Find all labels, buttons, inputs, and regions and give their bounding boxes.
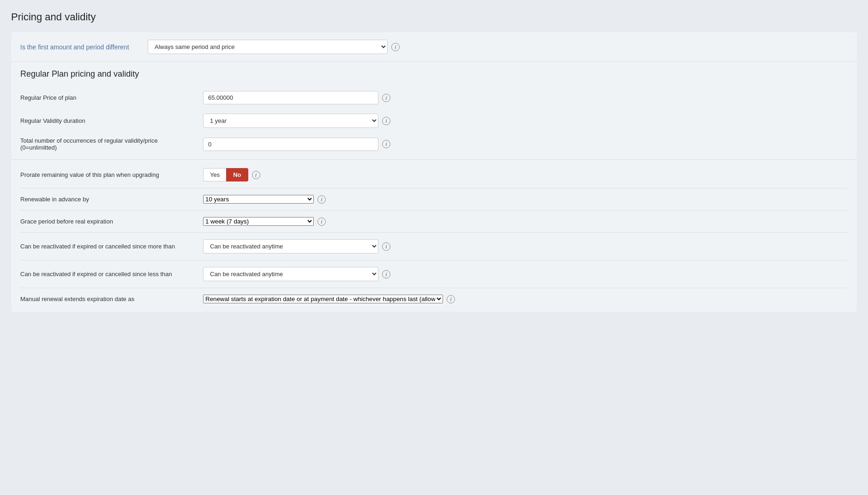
divider-5: [20, 288, 848, 288]
occurrences-row: Total number of occurrences of regular v…: [20, 133, 848, 156]
renewable-control: 1 week (7 days) 1 month 3 months 6 month…: [203, 195, 848, 204]
grace-period-row: Grace period before real expiration No g…: [20, 212, 848, 230]
grace-period-label: Grace period before real expiration: [20, 218, 196, 225]
grace-period-select[interactable]: No grace period 1 day 3 days 1 week (7 d…: [203, 217, 314, 226]
occurrences-info-icon[interactable]: i: [382, 140, 390, 148]
reactivated-more-control: Can be reactivated anytime Cannot be rea…: [203, 239, 848, 254]
first-period-select[interactable]: Always same period and price First perio…: [148, 40, 388, 54]
reactivated-more-info-icon[interactable]: i: [382, 242, 390, 251]
first-period-label: Is the first amount and period different: [20, 43, 140, 51]
prorate-info-icon[interactable]: i: [252, 171, 260, 179]
divider-3: [20, 232, 848, 233]
grace-period-info-icon[interactable]: i: [317, 217, 326, 226]
manual-renewal-info-icon[interactable]: i: [447, 295, 455, 303]
manual-renewal-select[interactable]: Renewal starts at expiration date or at …: [203, 295, 443, 303]
reactivated-less-select[interactable]: Can be reactivated anytime Cannot be rea…: [203, 267, 378, 281]
renewable-info-icon[interactable]: i: [317, 195, 326, 204]
reactivated-less-row: Can be reactivated if expired or cancell…: [20, 262, 848, 286]
page-title: Pricing and validity: [11, 11, 857, 23]
regular-plan-section: Regular Plan pricing and validity Regula…: [11, 62, 857, 160]
regular-price-label: Regular Price of plan: [20, 94, 196, 101]
prorate-yes-no: Yes No: [203, 168, 248, 181]
regular-plan-title: Regular Plan pricing and validity: [20, 69, 848, 79]
prorate-label: Prorate remaining value of this plan whe…: [20, 171, 196, 178]
reactivated-less-control: Can be reactivated anytime Cannot be rea…: [203, 267, 848, 281]
occurrences-control: i: [203, 138, 848, 151]
grace-period-control: No grace period 1 day 3 days 1 week (7 d…: [203, 217, 848, 226]
prorate-row: Prorate remaining value of this plan whe…: [20, 163, 848, 186]
regular-price-info-icon[interactable]: i: [382, 94, 390, 102]
prorate-yes-button[interactable]: Yes: [203, 168, 226, 181]
prorate-control: Yes No i: [203, 168, 848, 181]
first-period-control: Always same period and price First perio…: [148, 40, 848, 54]
regular-price-control: i: [203, 91, 848, 104]
manual-renewal-control: Renewal starts at expiration date or at …: [203, 295, 848, 303]
divider-4: [20, 260, 848, 260]
occurrences-label: Total number of occurrences of regular v…: [20, 137, 196, 151]
regular-validity-info-icon[interactable]: i: [382, 117, 390, 125]
reactivated-less-info-icon[interactable]: i: [382, 270, 390, 278]
reactivated-less-label: Can be reactivated if expired or cancell…: [20, 271, 196, 278]
regular-price-row: Regular Price of plan i: [20, 86, 848, 109]
divider-1: [20, 188, 848, 188]
divider-2: [20, 210, 848, 211]
prorate-no-button[interactable]: No: [226, 168, 248, 181]
regular-validity-label: Regular Validity duration: [20, 117, 196, 124]
reactivated-more-label: Can be reactivated if expired or cancell…: [20, 243, 196, 250]
renewable-label: Renewable in advance by: [20, 196, 196, 203]
regular-validity-select[interactable]: 1 week (7 days) 1 month 3 months 6 month…: [203, 114, 378, 128]
pricing-validity-card: Is the first amount and period different…: [11, 32, 857, 312]
manual-renewal-label: Manual renewal extends expiration date a…: [20, 296, 196, 302]
regular-validity-row: Regular Validity duration 1 week (7 days…: [20, 109, 848, 133]
renewable-row: Renewable in advance by 1 week (7 days) …: [20, 190, 848, 208]
manual-renewal-row: Manual renewal extends expiration date a…: [20, 290, 848, 308]
options-section: Prorate remaining value of this plan whe…: [11, 160, 857, 312]
renewable-select[interactable]: 1 week (7 days) 1 month 3 months 6 month…: [203, 195, 314, 204]
first-period-row: Is the first amount and period different…: [11, 32, 857, 62]
occurrences-input[interactable]: [203, 138, 378, 151]
reactivated-more-row: Can be reactivated if expired or cancell…: [20, 235, 848, 258]
regular-price-input[interactable]: [203, 91, 378, 104]
regular-validity-control: 1 week (7 days) 1 month 3 months 6 month…: [203, 114, 848, 128]
first-period-info-icon[interactable]: i: [391, 43, 400, 51]
reactivated-more-select[interactable]: Can be reactivated anytime Cannot be rea…: [203, 239, 378, 254]
